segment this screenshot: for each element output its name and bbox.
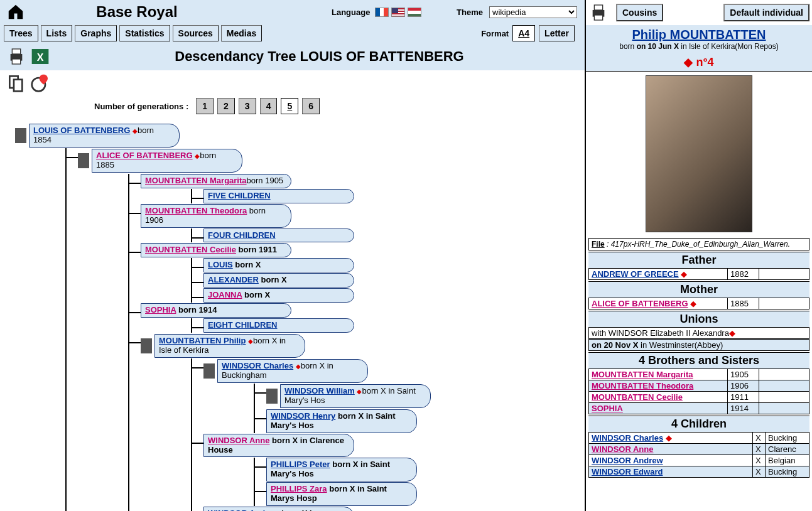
svg-rect-1 [12, 49, 20, 54]
file-info: File : 417px-HRH_The_Duke_of_Edinburgh_A… [588, 238, 809, 250]
tree-node[interactable]: FOUR CHILDREN [203, 229, 354, 243]
tree-node[interactable]: ALEXANDER born X [203, 273, 354, 288]
child-link[interactable]: WINDSOR Charles [592, 433, 663, 443]
tree-node[interactable]: FIVE CHILDREN [203, 189, 354, 203]
tree-node[interactable]: MOUNTBATTEN Margaritaborn 1905 [141, 174, 291, 188]
tab-sources[interactable]: Sources [173, 25, 219, 41]
language-label: Language [332, 8, 370, 17]
print-icon[interactable] [588, 3, 609, 23]
flag-hu-icon[interactable] [408, 8, 421, 17]
svg-rect-6 [14, 80, 22, 92]
children-heading: 4 Children [588, 416, 809, 432]
person-thumb-icon [203, 363, 215, 379]
mother-heading: Mother [588, 281, 809, 298]
theme-label: Theme [457, 8, 483, 17]
page-title: Descendancy Tree LOUIS OF BATTENBERG [55, 45, 583, 68]
excel-icon[interactable]: X [30, 46, 50, 67]
sibling-link[interactable]: MOUNTBATTEN Margarita [592, 370, 693, 379]
flag-us-icon[interactable] [391, 8, 405, 17]
person-thumb-icon [141, 338, 152, 353]
unions-heading: Unions [588, 311, 809, 327]
copy-icon[interactable] [6, 73, 26, 93]
tab-statistics[interactable]: Statistics [119, 25, 170, 41]
gen-4-button[interactable]: 4 [260, 98, 278, 114]
tree-node[interactable]: MOUNTBATTEN Theodora born 1906 [141, 204, 291, 228]
person-thumb-icon [266, 389, 278, 404]
tree-node[interactable]: LOUIS born X [203, 258, 354, 272]
print-icon[interactable] [6, 46, 26, 67]
person-name[interactable]: Philip MOUNTBATTEN [588, 28, 809, 42]
format-letter-button[interactable]: Letter [539, 25, 575, 41]
gen-3-button[interactable]: 3 [239, 98, 256, 114]
person-birth: born on 10 Jun X in Isle of Kerkira(Mon … [588, 42, 809, 51]
cousins-button[interactable]: Cousins [616, 4, 663, 21]
tree-node[interactable]: WINDSOR Anne born X in Clarence House [203, 434, 354, 458]
tree-node[interactable]: LOUIS OF BATTENBERG ◆born 1854 [29, 124, 180, 148]
tab-lists[interactable]: Lists [41, 25, 73, 41]
svg-rect-10 [594, 15, 602, 20]
sibling-link[interactable]: MOUNTBATTEN Cecilie [592, 392, 683, 402]
father-heading: Father [588, 252, 809, 268]
svg-rect-2 [12, 59, 20, 64]
gen-1-button[interactable]: 1 [196, 98, 214, 114]
union-info: with WINDSOR Elizabeth II Alexandra◆ [588, 327, 809, 339]
tab-graphs[interactable]: Graphs [75, 25, 117, 41]
site-title: Base Royal [30, 3, 244, 21]
sibling-link[interactable]: MOUNTBATTEN Theodora [592, 381, 693, 390]
generations-label: Number of generations : [94, 102, 188, 111]
tree-node[interactable]: WINDSOR Charles ◆born X in Buckingham [217, 359, 368, 383]
siblings-heading: 4 Brothers and Sisters [588, 352, 809, 368]
language-group: Language [332, 8, 421, 17]
sibling-link[interactable]: SOPHIA [592, 404, 623, 413]
svg-rect-9 [594, 5, 602, 10]
union-date: on 20 Nov X in Westminster(Abbey) [588, 339, 809, 351]
tree-node[interactable]: WINDSOR William ◆born X in Saint Mary's … [280, 384, 431, 408]
child-link[interactable]: WINDSOR Andrew [592, 456, 663, 465]
gen-6-button[interactable]: 6 [302, 98, 320, 114]
child-link[interactable]: WINDSOR Edward [592, 467, 663, 476]
svg-text:X: X [37, 52, 44, 63]
tree-node[interactable]: PHILLIPS Zara born X in Saint Marys Hosp [266, 482, 417, 506]
tree-node[interactable]: ALICE OF BATTENBERG ◆born 1885 [92, 149, 242, 173]
tree-node[interactable]: PHILLIPS Peter born X in Saint Mary's Ho… [266, 458, 417, 481]
father-link[interactable]: ANDREW OF GREECE [592, 269, 679, 279]
tab-medias[interactable]: Medias [221, 25, 262, 41]
person-number: ◆ n°4 [586, 53, 812, 72]
spouse-link[interactable]: WINDSOR Elizabeth II Alexandra [609, 328, 729, 338]
person-photo [646, 75, 752, 232]
mother-link[interactable]: ALICE OF BATTENBERG [592, 299, 688, 308]
globe-pin-icon[interactable] [30, 73, 50, 93]
theme-select[interactable]: wikipedia [489, 6, 577, 18]
tab-trees[interactable]: Trees [4, 25, 38, 41]
tree-node[interactable]: EIGHT CHILDREN [203, 318, 354, 333]
tree-node[interactable]: JOANNA born X [203, 288, 354, 303]
person-thumb-icon [78, 153, 89, 168]
format-label: Format [481, 29, 509, 38]
gen-5-button[interactable]: 5 [281, 98, 298, 114]
home-icon[interactable] [6, 3, 25, 21]
tree-node[interactable]: WINDSOR Henry born X in Saint Mary's Hos [266, 409, 417, 433]
tree-node[interactable]: SOPHIA born 1914 [141, 303, 291, 318]
gen-2-button[interactable]: 2 [217, 98, 235, 114]
flag-fr-icon[interactable] [375, 8, 389, 17]
child-link[interactable]: WINDSOR Anne [592, 444, 653, 454]
tree-node[interactable]: MOUNTBATTEN Philip ◆born X in Isle of Ke… [154, 334, 305, 358]
format-a4-button[interactable]: A4 [512, 25, 535, 41]
default-individual-button[interactable]: Default individual [723, 4, 809, 21]
person-thumb-icon [15, 128, 26, 143]
tree-node[interactable]: MOUNTBATTEN Cecilie born 1911 [141, 243, 291, 257]
tree-node[interactable]: WINDSOR Andrew born X in Belgian Suite [203, 507, 354, 511]
